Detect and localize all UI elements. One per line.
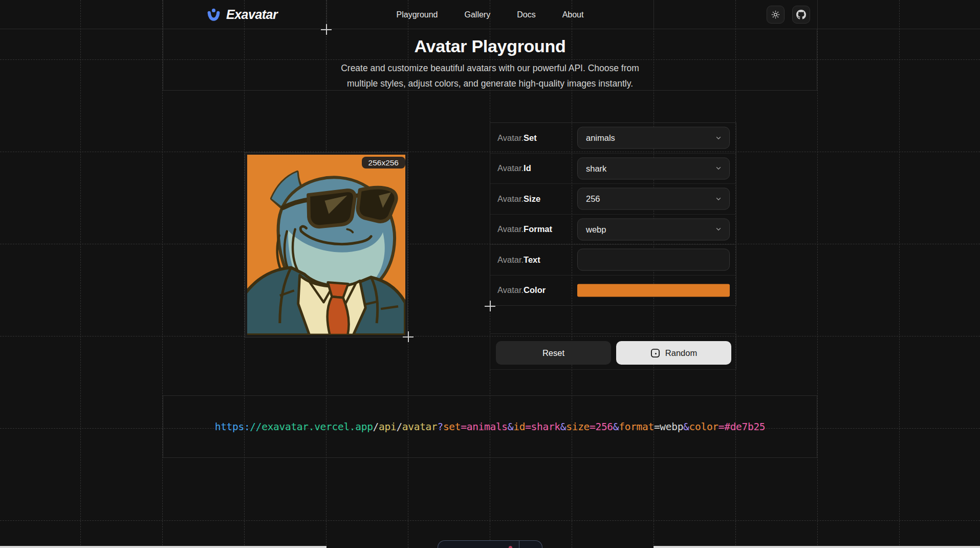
dock-divider — [519, 541, 519, 548]
field-label: Avatar.Id — [490, 163, 531, 173]
bottom-edge-strip — [0, 546, 326, 548]
header-divider — [163, 0, 163, 29]
url-segment: set — [443, 421, 461, 433]
field-label: Avatar.Size — [490, 194, 540, 204]
grid-line-horizontal — [0, 520, 980, 521]
label-prefix: Avatar. — [497, 194, 524, 203]
url-segment: size — [566, 421, 590, 433]
main-nav: Playground Gallery Docs About — [326, 0, 654, 29]
url-segment: & — [613, 421, 619, 433]
url-segment: https: — [215, 421, 250, 433]
form-actions: Reset Random — [490, 333, 736, 370]
label-prefix: Avatar. — [497, 224, 524, 234]
url-segment: & — [560, 421, 566, 433]
avatar-preview-card: 256x256 — [245, 152, 408, 338]
bottom-dock[interactable] — [438, 540, 542, 548]
select-value: webp — [586, 224, 715, 234]
nav-link-playground[interactable]: Playground — [397, 10, 438, 19]
header-actions — [767, 6, 810, 24]
brand-logo[interactable]: Exavatar — [207, 0, 277, 29]
select-value: shark — [586, 163, 715, 173]
label-prefix: Avatar. — [497, 163, 524, 173]
set-select[interactable]: animals — [577, 127, 730, 149]
url-segment: api — [379, 421, 396, 433]
field-label: Avatar.Format — [490, 224, 552, 234]
chevron-down-icon — [715, 134, 722, 141]
url-segment: id — [513, 421, 525, 433]
url-segment: / — [396, 421, 402, 433]
format-select[interactable]: webp — [577, 218, 730, 240]
url-segment: & — [508, 421, 513, 433]
grid-plus-marker — [321, 24, 332, 35]
form-row-id: Avatar.Id shark — [490, 154, 736, 184]
bottom-edge-strip — [654, 546, 980, 548]
url-segment: & — [683, 421, 689, 433]
field-label: Avatar.Color — [490, 285, 546, 295]
url-segment: webp — [660, 421, 683, 433]
url-segment: format — [619, 421, 654, 433]
label-key: Size — [524, 194, 540, 203]
url-segment: animals — [467, 421, 508, 433]
url-segment: ? — [437, 421, 443, 433]
theme-toggle-button[interactable] — [767, 6, 785, 24]
url-segment: = — [461, 421, 466, 433]
notification-dot — [509, 546, 512, 548]
label-key: Text — [524, 255, 540, 264]
github-button[interactable] — [792, 6, 810, 24]
url-segment: exavatar.vercel.app — [262, 421, 373, 433]
form-row-size: Avatar.Size 256 — [490, 184, 736, 215]
url-segment: = — [525, 421, 531, 433]
shark-avatar-illustration — [247, 155, 405, 335]
grid-plus-marker — [403, 331, 413, 342]
select-value: 256 — [586, 194, 715, 204]
grid-plus-marker — [485, 301, 495, 311]
reset-button[interactable]: Reset — [496, 341, 611, 365]
size-select[interactable]: 256 — [577, 188, 730, 210]
page-title: Avatar Playground — [163, 36, 817, 56]
brand-name: Exavatar — [226, 7, 277, 22]
id-select[interactable]: shark — [577, 157, 730, 179]
nav-link-gallery[interactable]: Gallery — [465, 10, 491, 19]
api-url-section: https://exavatar.vercel.app/api/avatar?s… — [163, 395, 817, 458]
header-divider — [817, 0, 818, 29]
url-segment: = — [590, 421, 595, 433]
header-divider — [654, 0, 654, 29]
chevron-down-icon — [715, 165, 722, 172]
grid-line-vertical — [899, 0, 900, 548]
url-segment: // — [250, 421, 262, 433]
hero-section: Avatar Playground Create and customize b… — [163, 29, 817, 91]
form-row-color: Avatar.Color — [490, 276, 736, 306]
page-subtitle-line2: multiple styles, adjust colors, and gene… — [163, 76, 817, 91]
github-icon — [796, 10, 806, 19]
chevron-down-icon — [715, 195, 722, 202]
label-key: Set — [524, 133, 537, 142]
label-prefix: Avatar. — [497, 255, 524, 264]
url-segment: / — [373, 421, 379, 433]
label-key: Format — [524, 224, 552, 234]
api-url-text[interactable]: https://exavatar.vercel.app/api/avatar?s… — [215, 421, 766, 433]
form-row-set: Avatar.Set animals — [490, 123, 736, 154]
field-label: Avatar.Text — [490, 255, 540, 265]
exavatar-logo-icon — [207, 8, 221, 22]
page-subtitle-line1: Create and customize beautiful avatars w… — [163, 60, 817, 76]
grid-line-vertical — [817, 0, 818, 548]
url-segment: shark — [531, 421, 560, 433]
url-segment: = — [654, 421, 660, 433]
random-button[interactable]: Random — [616, 341, 731, 365]
color-swatch-input[interactable] — [577, 284, 730, 297]
chevron-down-icon — [715, 226, 722, 233]
url-segment: = — [718, 421, 724, 433]
url-segment: 256 — [595, 421, 613, 433]
avatar-preview-image — [247, 155, 405, 335]
url-segment: avatar — [402, 421, 438, 433]
nav-link-about[interactable]: About — [562, 10, 584, 19]
random-label: Random — [665, 348, 697, 358]
field-label: Avatar.Set — [490, 133, 537, 143]
text-input[interactable] — [577, 249, 730, 271]
select-value: animals — [586, 133, 715, 143]
label-prefix: Avatar. — [497, 133, 524, 142]
nav-link-docs[interactable]: Docs — [517, 10, 535, 19]
url-segment: color — [689, 421, 718, 433]
reset-label: Reset — [542, 348, 564, 358]
form-row-text: Avatar.Text — [490, 245, 736, 276]
